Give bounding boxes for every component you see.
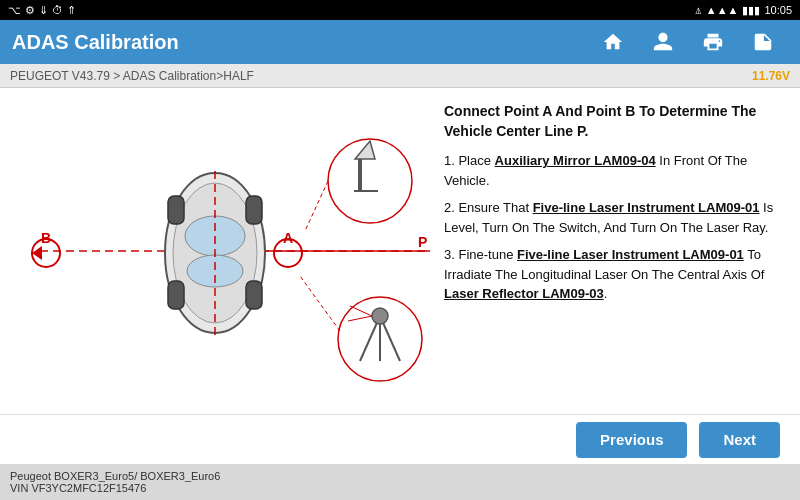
signal-icon: ▲▲▲ [706,4,739,16]
app-title: ADAS Calibration [12,31,179,54]
svg-line-26 [300,276,340,331]
diagram-area: A B P [0,88,440,414]
step-1-item: Auxiliary Mirror LAM09-04 [495,153,656,168]
svg-rect-17 [358,159,362,191]
upload-icon: ⇑ [67,4,76,17]
settings-icon: ⚙ [25,4,35,17]
export-button[interactable] [738,20,788,64]
footer-vin: VIN VF3YC2MFC12F15476 [10,482,790,494]
step-2-item: Five-line Laser Instrument LAM09-01 [533,200,760,215]
svg-rect-7 [246,196,262,224]
bottom-nav: Previous Next [0,414,800,464]
svg-line-28 [348,316,372,321]
status-icons-left: ⌥ ⚙ ⇓ ⏱ ⇑ [8,4,76,17]
step-1: 1. Place Auxiliary Mirror LAM09-04 In Fr… [444,151,786,190]
wifi-icon: ⍋ [695,4,702,16]
svg-line-27 [350,306,372,316]
car-diagram: A B P [10,111,430,391]
breadcrumb: PEUGEOT V43.79 > ADAS Calibration>HALF [10,69,254,83]
header-nav-icons [588,20,788,64]
step-1-number: 1. Place [444,153,495,168]
breadcrumb-bar: PEUGEOT V43.79 > ADAS Calibration>HALF 1… [0,64,800,88]
instructions-area: Connect Point A And Point B To Determine… [440,88,800,414]
step-3: 3. Fine-tune Five-line Laser Instrument … [444,245,786,304]
time-display: 10:05 [764,4,792,16]
svg-rect-6 [168,196,184,224]
download-icon: ⇓ [39,4,48,17]
status-right: ⍋ ▲▲▲ ▮▮▮ 10:05 [695,4,792,17]
svg-line-20 [305,181,328,231]
svg-rect-9 [246,281,262,309]
svg-text:B: B [41,230,51,246]
previous-button[interactable]: Previous [576,422,687,458]
next-button[interactable]: Next [699,422,780,458]
alarm-icon: ⏱ [52,4,63,16]
svg-text:P: P [418,234,427,250]
svg-rect-8 [168,281,184,309]
step-2: 2. Ensure That Five-line Laser Instrumen… [444,198,786,237]
home-button[interactable] [588,20,638,64]
svg-point-25 [372,308,388,324]
step-3-end: . [604,286,608,301]
svg-text:A: A [283,230,293,246]
footer-vehicle: Peugeot BOXER3_Euro5/ BOXER3_Euro6 [10,470,790,482]
instructions-title: Connect Point A And Point B To Determine… [444,102,786,141]
status-bar: ⌥ ⚙ ⇓ ⏱ ⇑ ⍋ ▲▲▲ ▮▮▮ 10:05 [0,0,800,20]
print-button[interactable] [688,20,738,64]
header: ADAS Calibration [0,20,800,64]
user-button[interactable] [638,20,688,64]
main-content: A B P [0,88,800,414]
battery-icon: ▮▮▮ [742,4,760,17]
step-3-number: 3. Fine-tune [444,247,517,262]
step-3-item: Five-line Laser Instrument LAM09-01 [517,247,744,262]
footer-info: Peugeot BOXER3_Euro5/ BOXER3_Euro6 VIN V… [0,464,800,500]
step-2-number: 2. Ensure That [444,200,533,215]
battery-voltage: 11.76V [752,69,790,83]
step-3-item2: Laser Reflector LAM09-03 [444,286,604,301]
svg-marker-18 [355,141,375,159]
bluetooth-icon: ⌥ [8,4,21,17]
